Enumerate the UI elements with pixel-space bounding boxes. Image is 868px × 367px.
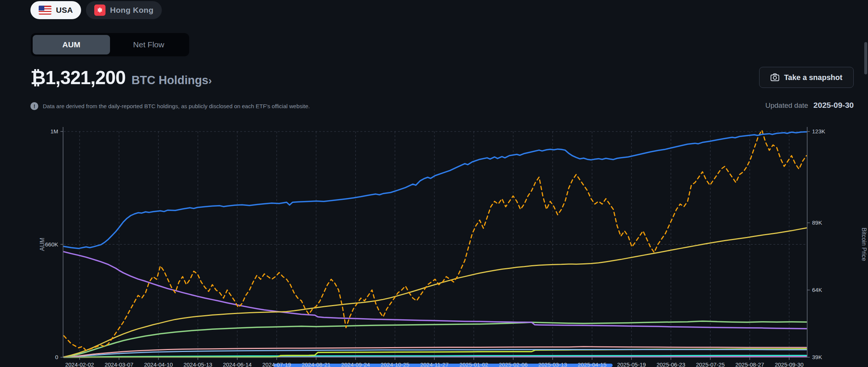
x-tick-label: 2024-09-24: [341, 361, 370, 367]
hong-kong-flag-icon: ✽: [94, 5, 105, 16]
take-snapshot-button[interactable]: Take a snapshot: [759, 67, 854, 88]
series-blue: [64, 132, 806, 249]
scrollbar-thumb[interactable]: [864, 42, 867, 74]
y-left-tick-label: 0: [55, 354, 58, 360]
y-right-tick-label: 123K: [812, 128, 825, 134]
headline: ₿1,321,200 BTC Holdings›: [30, 67, 212, 89]
snapshot-label: Take a snapshot: [784, 73, 842, 82]
series-bitcoin-price: [64, 130, 806, 350]
x-tick-label: 2025-06-23: [657, 361, 686, 367]
x-tick-label: 2025-08-27: [735, 361, 764, 367]
usa-flag-icon: [39, 6, 51, 15]
y-right-tick-label: 64K: [812, 287, 822, 293]
x-tick-label: 2024-10-25: [381, 361, 410, 367]
x-tick-label: 2025-02-06: [499, 361, 528, 367]
note-text: Data are derived from the daily-reported…: [43, 103, 310, 109]
y-right-tick-label: 89K: [812, 219, 822, 226]
view-toggle: AUM Net Flow: [31, 33, 189, 56]
x-tick-label: 2024-06-14: [223, 361, 252, 367]
btc-holdings-title: BTC Holdings: [131, 74, 208, 87]
chevron-right-icon: ›: [208, 75, 212, 86]
tab-country-hong-kong[interactable]: ✽ Hong Kong: [86, 1, 162, 19]
x-tick-label: 2024-08-21: [302, 361, 331, 367]
x-tick-label: 2024-11-27: [420, 361, 449, 367]
y-left-tick-label: 1M: [50, 128, 58, 134]
updated-date-value: 2025-09-30: [814, 101, 854, 110]
x-tick-label: 2025-09-30: [775, 361, 804, 367]
x-tick-label: 2024-07-19: [262, 361, 291, 367]
tab-country-usa[interactable]: USA: [30, 1, 81, 19]
toggle-aum[interactable]: AUM: [33, 35, 110, 54]
x-tick-label: 2025-03-13: [538, 361, 567, 367]
updated-date-label: Updated date: [765, 101, 808, 110]
x-tick-label: 2024-05-13: [184, 361, 212, 367]
x-tick-label: 2024-03-07: [105, 361, 134, 367]
y-axis-left-title: AUM: [39, 238, 45, 251]
camera-icon: [770, 73, 779, 82]
x-tick-label: 2024-04-10: [144, 361, 173, 367]
series-purple: [64, 252, 806, 329]
x-tick-label: 2025-05-19: [617, 361, 646, 367]
chart-canvas[interactable]: 1M660K0123K89K64K39K2024-02-022024-03-07…: [0, 116, 868, 367]
x-tick-label: 2025-04-15: [578, 361, 607, 367]
tab-usa-label: USA: [56, 6, 73, 15]
x-tick-label: 2025-01-02: [460, 361, 488, 367]
x-tick-label: 2024-02-02: [65, 361, 94, 367]
data-note: ! Data are derived from the daily-report…: [30, 102, 310, 110]
btc-holdings-value: ₿1,321,200: [30, 67, 125, 89]
btc-holdings-link[interactable]: BTC Holdings›: [131, 74, 212, 87]
updated-date: Updated date 2025-09-30: [765, 101, 854, 110]
y-left-tick-label: 660K: [45, 241, 58, 248]
tab-hk-label: Hong Kong: [110, 6, 154, 15]
x-tick-label: 2025-07-25: [696, 361, 725, 367]
info-icon: !: [30, 102, 38, 110]
y-right-tick-label: 39K: [812, 354, 822, 360]
y-axis-right-title: Bitcoin Price: [861, 228, 867, 261]
aum-chart[interactable]: 1M660K0123K89K64K39K2024-02-022024-03-07…: [0, 116, 868, 367]
toggle-net-flow[interactable]: Net Flow: [110, 35, 187, 54]
